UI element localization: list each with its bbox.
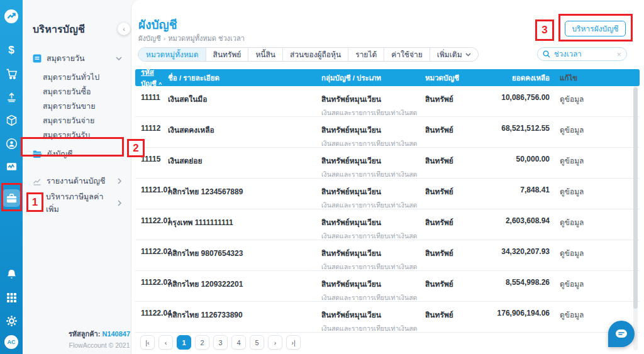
- sidebar-subitem[interactable]: สมุดรายวันรับ: [38, 128, 131, 142]
- account-balance: 176,906,194.06: [482, 309, 550, 318]
- chevron-down-icon: [116, 57, 122, 61]
- table-row[interactable]: 11122.04 กสิกรไทย 1126733890 สินทรัพย์หม…: [135, 302, 640, 333]
- customer-code-label: รหัสลูกค้า:: [69, 330, 100, 338]
- table-row[interactable]: 11112 เงินสดคงเหลือ สินทรัพย์หมุนเวียน เ…: [135, 117, 640, 148]
- account-category: สินทรัพย์: [425, 216, 482, 228]
- account-group: สินทรัพย์หมุนเวียน เงินสดและรายการเทียบเ…: [321, 124, 425, 149]
- view-data-link[interactable]: ดูข้อมูล: [550, 216, 640, 228]
- sidebar-subitem[interactable]: สมุดรายวันซื้อ: [38, 84, 131, 99]
- view-data-link[interactable]: ดูข้อมูล: [550, 155, 640, 167]
- account-balance: 10,086,756.00: [482, 93, 550, 102]
- pagination-button[interactable]: 1: [177, 335, 191, 350]
- screen: $ AC บริหารบัญชี: [0, 0, 644, 354]
- page-title: ผังบัญชี: [138, 15, 177, 34]
- sidebar-item-reports[interactable]: รายงานด้านบัญชี: [33, 174, 131, 189]
- flowaccount-logo-icon[interactable]: [3, 8, 20, 25]
- pagination-button[interactable]: 3: [213, 335, 228, 350]
- view-data-link[interactable]: ดูข้อมูล: [550, 93, 640, 105]
- scrollbar-thumb[interactable]: [633, 87, 638, 309]
- search-icon: [543, 50, 550, 58]
- filter-tab[interactable]: สินทรัพย์: [206, 48, 248, 61]
- filter-tab[interactable]: หมวดหมู่ทั้งหมด: [138, 48, 206, 61]
- pagination-button[interactable]: 2: [195, 335, 209, 350]
- table-row[interactable]: 11111 เงินสดในมือ สินทรัพย์หมุนเวียน เงิ…: [135, 86, 640, 117]
- products-box-icon[interactable]: [3, 111, 20, 129]
- view-data-link[interactable]: ดูข้อมูล: [550, 124, 640, 136]
- contacts-person-icon[interactable]: [3, 135, 20, 152]
- column-header-edit: แก้ไข: [550, 72, 640, 84]
- sidebar-collapse-button[interactable]: ‹: [118, 23, 130, 35]
- pagination-button[interactable]: ‹: [158, 335, 173, 350]
- account-name: กสิกรไทย 1234567889: [168, 185, 321, 197]
- view-data-link[interactable]: ดูข้อมูล: [550, 278, 640, 290]
- upload-tray-icon[interactable]: [3, 88, 20, 106]
- table-row[interactable]: 11122.01 กรุงเทพ 1111111111 สินทรัพย์หมุ…: [135, 209, 640, 240]
- pagination: |‹ ‹ 1 2 3 4 5 › ›|: [140, 335, 301, 350]
- sidebar-subitem[interactable]: สมุดรายวันขาย: [38, 99, 131, 113]
- account-group: สินทรัพย์หมุนเวียน เงินสดและรายการเทียบเ…: [321, 185, 425, 211]
- document-icon: [33, 199, 41, 207]
- view-data-link[interactable]: ดูข้อมูล: [550, 185, 640, 197]
- account-group: สินทรัพย์หมุนเวียน เงินสดและรายการเทียบเ…: [321, 278, 425, 303]
- account-category: สินทรัพย์: [425, 93, 482, 105]
- filter-tab[interactable]: ค่าใช้จ่าย: [384, 48, 430, 61]
- account-balance: 68,521,512.55: [482, 124, 550, 133]
- sidebar-title: บริหารบัญชี: [33, 21, 131, 37]
- account-name: กสิกรไทย 9807654323: [168, 247, 321, 259]
- account-avatar[interactable]: AC: [4, 335, 18, 349]
- table-row[interactable]: 11115 เงินสดย่อย สินทรัพย์หมุนเวียน เงิน…: [135, 148, 640, 179]
- apps-grid-icon[interactable]: [3, 289, 20, 306]
- sidebar-item-chart-of-accounts[interactable]: ผังบัญชี: [33, 145, 131, 163]
- column-header-category[interactable]: หมวดบัญชี: [425, 72, 482, 84]
- filter-tab[interactable]: เพิ่มเติม: [430, 48, 478, 61]
- money-dollar-icon[interactable]: $: [3, 41, 20, 59]
- filter-tab[interactable]: หนี้สิน: [248, 48, 282, 61]
- account-group: สินทรัพย์หมุนเวียน เงินสดและรายการเทียบเ…: [321, 155, 425, 180]
- pagination-button[interactable]: ›: [268, 335, 282, 350]
- pagination-button[interactable]: ›|: [286, 335, 301, 350]
- report-chart-icon: [33, 177, 42, 185]
- account-category: สินทรัพย์: [425, 278, 482, 290]
- account-group-detail: เงินสดและรายการเทียบเท่าเงินสด: [321, 138, 425, 149]
- sidebar-subitem[interactable]: สมุดรายวันทั่วไป: [38, 70, 131, 84]
- sales-cart-icon[interactable]: [3, 65, 20, 82]
- sidebar-subitem[interactable]: สมุดรายวันจ่าย: [38, 113, 131, 128]
- reports-monitor-icon[interactable]: [3, 158, 20, 175]
- account-code: 11122.03: [135, 278, 168, 287]
- table-row[interactable]: 11121.01 กสิกรไทย 1234567889 สินทรัพย์หม…: [135, 179, 640, 209]
- table-scrollbar[interactable]: [633, 86, 638, 350]
- column-header-code[interactable]: รหัสบัญชี^: [135, 67, 168, 89]
- table-row[interactable]: 11122.02 กสิกรไทย 9807654323 สินทรัพย์หม…: [135, 240, 640, 271]
- table-row[interactable]: 11122.03 กสิกรไทย 1209322201 สินทรัพย์หม…: [135, 271, 640, 302]
- settings-gear-icon[interactable]: [3, 312, 20, 329]
- chat-support-button[interactable]: [608, 321, 635, 347]
- account-code: 11122.04: [135, 309, 168, 318]
- column-header-group[interactable]: กลุ่มบัญชี / ประเภท: [321, 72, 425, 84]
- filter-tab[interactable]: ส่วนของผู้ถือหุ้น: [282, 48, 348, 61]
- view-data-link[interactable]: ดูข้อมูล: [550, 247, 640, 259]
- sidebar-item-journal[interactable]: สมุดรายวัน: [33, 51, 131, 66]
- sidebar-item-label: สมุดรายวัน: [47, 52, 111, 65]
- briefcase-icon[interactable]: [3, 189, 20, 207]
- search-input[interactable]: ช่วงเวลา ×: [537, 47, 627, 61]
- chevron-down-icon: [465, 53, 471, 57]
- sidebar-item-vat[interactable]: บริหารภาษีมูลค่าเพิ่ม: [33, 196, 131, 211]
- customer-code-value: N140847: [102, 330, 130, 338]
- pagination-button[interactable]: |‹: [140, 335, 155, 350]
- pagination-button[interactable]: 4: [231, 335, 246, 350]
- notification-bell-icon[interactable]: [3, 265, 20, 283]
- journal-subitems: สมุดรายวันทั่วไป สมุดรายวันซื้อ สมุดรายว…: [38, 70, 131, 142]
- account-category: สินทรัพย์: [425, 309, 482, 321]
- column-header-name[interactable]: ชื่อ / รายละเอียด: [168, 72, 321, 84]
- account-code: 11121.01: [135, 185, 168, 194]
- sidebar-item-label: บริหารภาษีมูลค่าเพิ่ม: [46, 191, 113, 216]
- filter-tab[interactable]: รายได้: [348, 48, 384, 61]
- column-header-balance[interactable]: ยอดคงเหลือ: [482, 72, 550, 84]
- view-data-link[interactable]: ดูข้อมูล: [550, 309, 640, 321]
- manage-chart-of-accounts-button[interactable]: บริหารผังบัญชี: [565, 21, 626, 36]
- sidebar-item-label: รายงานด้านบัญชี: [47, 175, 113, 187]
- account-group-detail: เงินสดและรายการเทียบเท่าเงินสด: [321, 108, 425, 118]
- clear-search-icon[interactable]: ×: [616, 50, 621, 59]
- breadcrumb-root[interactable]: ผังบัญชี: [138, 35, 161, 42]
- pagination-button[interactable]: 5: [250, 335, 264, 350]
